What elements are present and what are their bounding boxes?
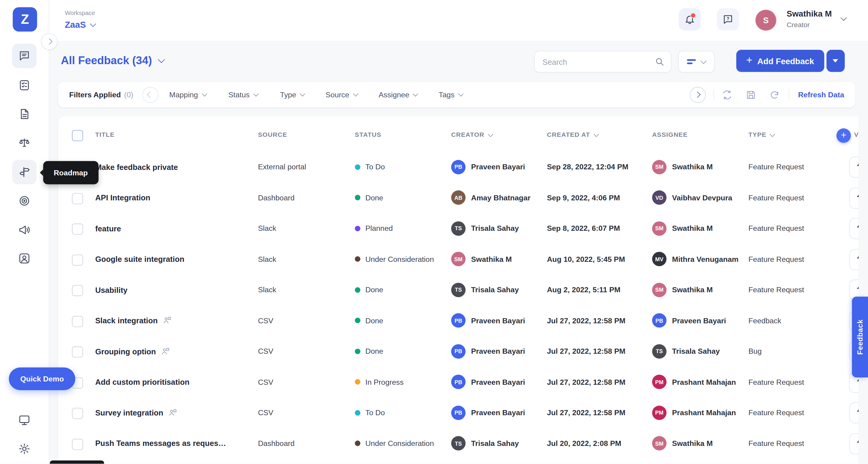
filters-scroll-left-button[interactable]	[142, 87, 158, 102]
title-cell: Usability	[95, 275, 250, 305]
feedback-title[interactable]: Slack integration	[95, 316, 158, 325]
filter-tags[interactable]: Tags	[439, 90, 463, 99]
column-status[interactable]: STATUS	[355, 131, 381, 138]
filter-source[interactable]: Source	[326, 90, 358, 99]
creator-avatar: PB	[451, 160, 466, 174]
column-title[interactable]: TITLE	[95, 131, 115, 138]
upvote-button[interactable]	[849, 187, 859, 209]
upvote-button[interactable]	[849, 249, 859, 270]
source-cell: Slack	[258, 213, 276, 244]
column-assignee[interactable]: ASSIGNEE	[652, 131, 688, 138]
select-all-checkbox[interactable]	[72, 130, 83, 141]
row-checkbox[interactable]	[72, 408, 83, 419]
sidebar-collapse-button[interactable]	[41, 33, 58, 50]
feedback-title[interactable]: Make feedback private	[95, 163, 178, 172]
table-row[interactable]: Usability Slack Done TS Trisala Sahay Au…	[58, 275, 859, 305]
column-source[interactable]: SOURCE	[258, 131, 287, 138]
row-checkbox[interactable]	[72, 254, 83, 266]
refresh-data-button[interactable]: Refresh Data	[798, 90, 844, 99]
filters-scroll-right-button[interactable]	[689, 87, 706, 102]
sidebar-item-roadmap[interactable]	[12, 160, 36, 184]
column-votes[interactable]: VOTES	[854, 131, 859, 138]
column-creator[interactable]: CREATOR	[451, 131, 493, 138]
creator-cell: AB Amay Bhatnagar	[451, 182, 530, 213]
feedback-title[interactable]: Add custom prioritisation	[95, 377, 190, 386]
row-checkbox[interactable]	[72, 439, 83, 450]
table-row[interactable]: Make feedback private External portal To…	[58, 152, 859, 182]
row-checkbox[interactable]	[72, 316, 83, 327]
sidebar-item-docs[interactable]	[12, 102, 36, 126]
feedback-title[interactable]: API Integration	[95, 193, 150, 202]
table-row[interactable]: Push Teams messages as request… Dashboar…	[58, 428, 859, 459]
undo-icon[interactable]	[770, 90, 780, 100]
feedback-title[interactable]: Grouping option	[95, 347, 156, 355]
help-button[interactable]: ?	[717, 8, 739, 30]
upvote-button[interactable]	[849, 433, 859, 454]
assignee-cell: PM Prashant Mahajan	[652, 397, 736, 428]
sidebar-item-announcements[interactable]	[12, 218, 36, 242]
row-checkbox[interactable]	[72, 346, 83, 358]
upvote-button[interactable]	[849, 218, 859, 239]
creator-cell: PB Praveen Bayari	[451, 305, 525, 336]
user-menu-chevron-icon[interactable]	[841, 14, 847, 21]
filter-assignee[interactable]: Assignee	[378, 90, 418, 99]
table-rows: Make feedback private External portal To…	[58, 152, 859, 459]
notifications-button[interactable]	[679, 8, 701, 30]
main-content: All Feedback (34) + Add Feedback Filters…	[49, 41, 868, 464]
add-column-button[interactable]: +	[836, 128, 851, 143]
table-row[interactable]: API Integration Dashboard Done AB Amay B…	[58, 182, 859, 213]
table-row[interactable]: Grouping option CSV Done PB Praveen Baya…	[58, 336, 859, 367]
divider	[713, 89, 714, 100]
sidebar-item-insights[interactable]	[12, 73, 36, 97]
column-created-at[interactable]: CREATED AT	[547, 131, 598, 138]
filter-status[interactable]: Status	[228, 90, 258, 99]
feedback-title[interactable]: Google suite integration	[95, 255, 184, 263]
feedback-title[interactable]: Push Teams messages as request…	[95, 439, 228, 448]
table-row[interactable]: Google suite integration Slack Under Con…	[58, 244, 859, 275]
quick-demo-button[interactable]: Quick Demo	[9, 368, 75, 390]
search-input[interactable]	[541, 57, 655, 67]
upvote-button[interactable]	[849, 157, 859, 178]
row-checkbox[interactable]	[72, 223, 83, 235]
save-view-icon[interactable]	[746, 90, 756, 100]
table-row[interactable]: feature Slack Planned TS Trisala Sahay S…	[58, 213, 859, 244]
assignee-avatar: PM	[652, 406, 667, 420]
status-dot	[355, 379, 360, 385]
column-type[interactable]: TYPE	[748, 131, 774, 138]
workspace-switcher[interactable]: ZaaS	[65, 20, 95, 30]
app-logo[interactable]: Z	[13, 7, 37, 32]
row-checkbox[interactable]	[72, 285, 83, 296]
table-row[interactable]: Slack integration CSV Done PB Praveen Ba…	[58, 305, 859, 336]
upvote-button[interactable]	[849, 402, 859, 423]
sidebar-item-feedback[interactable]	[12, 44, 36, 68]
user-avatar[interactable]: S	[755, 9, 777, 31]
view-selector-button[interactable]	[678, 51, 715, 72]
assignee-cell: SM Swathika M	[652, 428, 713, 459]
type-cell: Feature Request	[748, 397, 804, 428]
page-title-dropdown[interactable]: All Feedback (34)	[61, 54, 164, 67]
assignee-name: Prashant Mahajan	[672, 408, 736, 417]
document-icon	[19, 108, 30, 120]
feedback-side-tab[interactable]: Feedback	[852, 297, 868, 377]
created-at-cell: Jul 27, 2022, 12:58 PM	[547, 397, 626, 428]
add-feedback-button[interactable]: + Add Feedback	[736, 50, 824, 72]
upvote-arrow-icon	[857, 439, 859, 443]
sidebar-item-prioritization[interactable]	[12, 130, 36, 155]
table-row[interactable]: Survey integration CSV To Do PB Praveen …	[58, 397, 859, 428]
sidebar-item-whats-new[interactable]	[12, 408, 36, 432]
creator-name: Praveen Bayari	[471, 316, 525, 325]
status-cell: In Progress	[355, 367, 404, 397]
row-checkbox[interactable]	[72, 193, 83, 204]
feedback-title[interactable]: feature	[95, 224, 121, 233]
feedback-title[interactable]: Survey integration	[95, 408, 163, 417]
sidebar-item-customers[interactable]	[12, 246, 36, 271]
table-row[interactable]: Add custom prioritisation CSV In Progres…	[58, 367, 859, 397]
feedback-title[interactable]: Usability	[95, 285, 127, 294]
filter-type[interactable]: Type	[280, 90, 304, 99]
assignee-cell: VD Vaibhav Devpura	[652, 182, 733, 213]
sync-icon[interactable]	[722, 90, 733, 100]
add-feedback-dropdown-button[interactable]	[827, 50, 845, 72]
filter-mapping[interactable]: Mapping	[169, 90, 207, 99]
sidebar-item-goals[interactable]	[12, 189, 36, 213]
sidebar-item-settings[interactable]	[12, 437, 36, 461]
